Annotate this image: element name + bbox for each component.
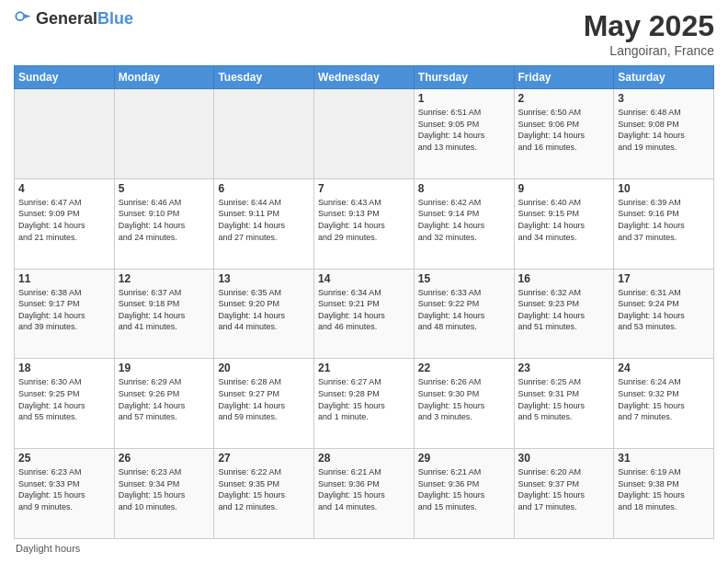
calendar-cell: 30Sunrise: 6:20 AM Sunset: 9:37 PM Dayli… [514, 449, 614, 539]
weekday-header-row: SundayMondayTuesdayWednesdayThursdayFrid… [15, 66, 714, 89]
week-row-2: 4Sunrise: 6:47 AM Sunset: 9:09 PM Daylig… [15, 178, 714, 269]
day-number: 28 [318, 452, 410, 465]
logo-general: General [36, 9, 97, 28]
calendar-cell: 4Sunrise: 6:47 AM Sunset: 9:09 PM Daylig… [15, 178, 115, 269]
calendar-cell: 26Sunrise: 6:23 AM Sunset: 9:34 PM Dayli… [114, 449, 214, 539]
day-number: 18 [18, 362, 110, 374]
day-info: Sunrise: 6:40 AM Sunset: 9:15 PM Dayligh… [518, 197, 610, 243]
weekday-header-thursday: Thursday [414, 66, 514, 89]
day-number: 1 [418, 92, 510, 105]
day-number: 22 [418, 362, 510, 374]
day-number: 15 [418, 272, 510, 285]
calendar-cell [314, 89, 415, 179]
day-number: 9 [518, 182, 610, 195]
calendar-cell: 2Sunrise: 6:50 AM Sunset: 9:06 PM Daylig… [514, 89, 614, 179]
day-info: Sunrise: 6:21 AM Sunset: 9:36 PM Dayligh… [318, 466, 410, 512]
day-number: 27 [218, 452, 310, 465]
day-info: Sunrise: 6:19 AM Sunset: 9:38 PM Dayligh… [618, 466, 710, 512]
calendar-cell: 12Sunrise: 6:37 AM Sunset: 9:18 PM Dayli… [114, 269, 214, 359]
svg-point-1 [17, 13, 23, 19]
day-number: 14 [318, 272, 410, 285]
calendar-cell: 24Sunrise: 6:24 AM Sunset: 9:32 PM Dayli… [614, 359, 714, 449]
title-block: May 2025 Langoiran, France [584, 9, 714, 58]
calendar-cell: 23Sunrise: 6:25 AM Sunset: 9:31 PM Dayli… [514, 359, 614, 449]
day-number: 20 [218, 362, 310, 374]
day-number: 25 [18, 452, 110, 465]
weekday-header-friday: Friday [514, 66, 614, 89]
calendar-cell [114, 89, 214, 179]
calendar-cell: 13Sunrise: 6:35 AM Sunset: 9:20 PM Dayli… [214, 269, 314, 359]
weekday-header-saturday: Saturday [614, 66, 714, 89]
calendar-cell: 9Sunrise: 6:40 AM Sunset: 9:15 PM Daylig… [514, 178, 614, 269]
weekday-header-tuesday: Tuesday [214, 66, 314, 89]
logo: GeneralBlue [14, 9, 133, 29]
day-number: 3 [618, 92, 710, 105]
calendar-cell: 6Sunrise: 6:44 AM Sunset: 9:11 PM Daylig… [214, 178, 314, 269]
day-info: Sunrise: 6:21 AM Sunset: 9:36 PM Dayligh… [418, 466, 510, 512]
day-number: 8 [418, 182, 510, 195]
location-title: Langoiran, France [584, 43, 714, 58]
calendar-cell: 8Sunrise: 6:42 AM Sunset: 9:14 PM Daylig… [414, 178, 514, 269]
logo-icon [14, 10, 32, 29]
page: GeneralBlue May 2025 Langoiran, France S… [0, 0, 728, 563]
calendar-cell: 3Sunrise: 6:48 AM Sunset: 9:08 PM Daylig… [614, 89, 714, 179]
weekday-header-wednesday: Wednesday [314, 66, 415, 89]
logo-blue: Blue [97, 9, 133, 28]
day-info: Sunrise: 6:22 AM Sunset: 9:35 PM Dayligh… [218, 466, 310, 512]
footer-note: Daylight hours [14, 543, 714, 554]
day-info: Sunrise: 6:26 AM Sunset: 9:30 PM Dayligh… [418, 376, 510, 422]
calendar-cell: 10Sunrise: 6:39 AM Sunset: 9:16 PM Dayli… [614, 178, 714, 269]
day-number: 7 [318, 182, 410, 195]
calendar-cell: 5Sunrise: 6:46 AM Sunset: 9:10 PM Daylig… [114, 178, 214, 269]
day-number: 12 [119, 272, 210, 285]
calendar-cell: 21Sunrise: 6:27 AM Sunset: 9:28 PM Dayli… [314, 359, 415, 449]
calendar-cell [15, 89, 115, 179]
calendar: SundayMondayTuesdayWednesdayThursdayFrid… [14, 65, 714, 539]
day-number: 24 [618, 362, 710, 374]
day-info: Sunrise: 6:48 AM Sunset: 9:08 PM Dayligh… [618, 107, 710, 153]
week-row-3: 11Sunrise: 6:38 AM Sunset: 9:17 PM Dayli… [15, 269, 714, 359]
day-info: Sunrise: 6:30 AM Sunset: 9:25 PM Dayligh… [18, 376, 110, 422]
calendar-cell [214, 89, 314, 179]
calendar-cell: 18Sunrise: 6:30 AM Sunset: 9:25 PM Dayli… [15, 359, 115, 449]
week-row-1: 1Sunrise: 6:51 AM Sunset: 9:05 PM Daylig… [15, 89, 714, 179]
day-info: Sunrise: 6:37 AM Sunset: 9:18 PM Dayligh… [119, 287, 210, 333]
day-number: 13 [218, 272, 310, 285]
day-info: Sunrise: 6:20 AM Sunset: 9:37 PM Dayligh… [518, 466, 610, 512]
day-info: Sunrise: 6:46 AM Sunset: 9:10 PM Dayligh… [119, 197, 210, 243]
day-number: 2 [518, 92, 610, 105]
calendar-cell: 25Sunrise: 6:23 AM Sunset: 9:33 PM Dayli… [15, 449, 115, 539]
day-info: Sunrise: 6:32 AM Sunset: 9:23 PM Dayligh… [518, 287, 610, 333]
calendar-cell: 31Sunrise: 6:19 AM Sunset: 9:38 PM Dayli… [614, 449, 714, 539]
day-number: 5 [119, 182, 210, 195]
day-number: 11 [18, 272, 110, 285]
day-info: Sunrise: 6:51 AM Sunset: 9:05 PM Dayligh… [418, 107, 510, 153]
header: GeneralBlue May 2025 Langoiran, France [14, 9, 714, 58]
day-info: Sunrise: 6:24 AM Sunset: 9:32 PM Dayligh… [618, 376, 710, 422]
month-title: May 2025 [584, 9, 714, 43]
day-number: 19 [119, 362, 210, 374]
calendar-cell: 1Sunrise: 6:51 AM Sunset: 9:05 PM Daylig… [414, 89, 514, 179]
day-number: 16 [518, 272, 610, 285]
calendar-cell: 16Sunrise: 6:32 AM Sunset: 9:23 PM Dayli… [514, 269, 614, 359]
day-number: 23 [518, 362, 610, 374]
calendar-cell: 15Sunrise: 6:33 AM Sunset: 9:22 PM Dayli… [414, 269, 514, 359]
calendar-cell: 17Sunrise: 6:31 AM Sunset: 9:24 PM Dayli… [614, 269, 714, 359]
day-number: 30 [518, 452, 610, 465]
day-info: Sunrise: 6:38 AM Sunset: 9:17 PM Dayligh… [18, 287, 110, 333]
day-info: Sunrise: 6:43 AM Sunset: 9:13 PM Dayligh… [318, 197, 410, 243]
day-number: 29 [418, 452, 510, 465]
day-number: 31 [618, 452, 710, 465]
calendar-cell: 29Sunrise: 6:21 AM Sunset: 9:36 PM Dayli… [414, 449, 514, 539]
week-row-4: 18Sunrise: 6:30 AM Sunset: 9:25 PM Dayli… [15, 359, 714, 449]
day-info: Sunrise: 6:34 AM Sunset: 9:21 PM Dayligh… [318, 287, 410, 333]
day-number: 26 [119, 452, 210, 465]
day-info: Sunrise: 6:27 AM Sunset: 9:28 PM Dayligh… [318, 376, 410, 422]
day-info: Sunrise: 6:23 AM Sunset: 9:34 PM Dayligh… [119, 466, 210, 512]
day-info: Sunrise: 6:23 AM Sunset: 9:33 PM Dayligh… [18, 466, 110, 512]
day-info: Sunrise: 6:28 AM Sunset: 9:27 PM Dayligh… [218, 376, 310, 422]
calendar-cell: 11Sunrise: 6:38 AM Sunset: 9:17 PM Dayli… [15, 269, 115, 359]
day-info: Sunrise: 6:42 AM Sunset: 9:14 PM Dayligh… [418, 197, 510, 243]
day-info: Sunrise: 6:50 AM Sunset: 9:06 PM Dayligh… [518, 107, 610, 153]
day-number: 21 [318, 362, 410, 374]
